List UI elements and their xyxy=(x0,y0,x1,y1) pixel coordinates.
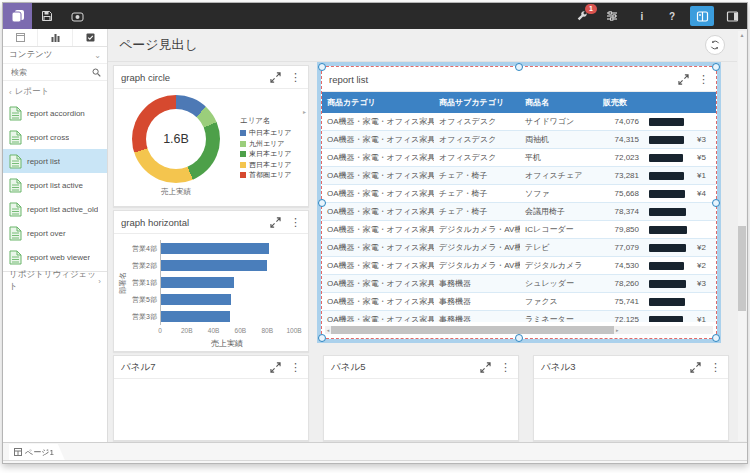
report-group-header[interactable]: ‹ レポート xyxy=(3,81,107,101)
selection-border: report list ⋮ xyxy=(321,66,717,339)
column-header[interactable]: 商品名 xyxy=(520,92,598,113)
page-tab[interactable]: ページ1 xyxy=(9,444,65,460)
reader-mode-button[interactable] xyxy=(690,6,714,26)
sidebar-item-report-list[interactable]: report list xyxy=(3,149,107,173)
panel-report-list[interactable]: report list ⋮ xyxy=(322,67,716,338)
vertical-scrollbar[interactable]: ▲ xyxy=(738,31,746,441)
resize-handle[interactable] xyxy=(318,63,326,71)
selected-widget-region[interactable]: report list ⋮ xyxy=(317,62,721,343)
kebab-menu-icon[interactable]: ⋮ xyxy=(290,72,301,83)
table-row[interactable]: OA機器・家電・オフィス家具オフィスデスクサイドワゴン74,076 xyxy=(322,113,716,131)
expand-icon[interactable] xyxy=(690,362,701,373)
report-doc-icon xyxy=(9,250,22,265)
table-header-row: 商品カテゴリ商品サブカテゴリ商品名販売数 xyxy=(322,92,716,113)
panel-3[interactable]: パネル3 ⋮ xyxy=(533,355,729,441)
bar[interactable] xyxy=(161,243,269,254)
refresh-icon xyxy=(710,40,720,50)
table-row[interactable]: OA機器・家電・オフィス家具デジタルカメラ・AV機器ICレコーダー79,850 xyxy=(322,221,716,239)
data-bar-cell xyxy=(644,239,692,257)
table-row[interactable]: OA機器・家電・オフィス家具事務機器シュレッダー78,260¥3 xyxy=(322,275,716,293)
bar[interactable] xyxy=(161,311,230,322)
data-bar-cell xyxy=(644,257,692,275)
bar[interactable] xyxy=(161,277,234,288)
contents-section-header[interactable]: コンテンツ ⌄ xyxy=(3,47,107,64)
legend-item[interactable]: 九州エリア xyxy=(240,139,306,150)
column-header[interactable]: 販売数 xyxy=(598,92,644,113)
info-button[interactable]: i xyxy=(627,3,657,29)
bar[interactable] xyxy=(161,260,267,271)
repository-widget-section[interactable]: リポジトリウィジェット › xyxy=(3,271,107,290)
resize-handle[interactable] xyxy=(712,334,720,342)
resize-handle[interactable] xyxy=(712,63,720,71)
resize-handle[interactable] xyxy=(318,334,326,342)
expand-icon[interactable] xyxy=(270,217,281,228)
scroll-right-icon[interactable]: ▸ xyxy=(614,327,620,333)
panel-5[interactable]: パネル5 ⋮ xyxy=(323,355,519,441)
kebab-menu-icon[interactable]: ⋮ xyxy=(500,362,511,373)
expand-icon[interactable] xyxy=(270,72,281,83)
sidebar-item-report-list-active-old[interactable]: report list active_old xyxy=(3,197,107,221)
table-row[interactable]: OA機器・家電・オフィス家具事務機器ファクス75,741 xyxy=(322,293,716,311)
resize-handle[interactable] xyxy=(712,199,720,207)
resize-handle[interactable] xyxy=(318,199,326,207)
table-row[interactable]: OA機器・家電・オフィス家具デジタルカメラ・AV機器デジタルカメラ74,530¥… xyxy=(322,257,716,275)
sidebar-item-report-list-active[interactable]: report list active xyxy=(3,173,107,197)
save-icon xyxy=(41,10,53,22)
resize-handle[interactable] xyxy=(515,63,523,71)
app-logo-button[interactable] xyxy=(3,3,32,29)
table-cell: 78,260 xyxy=(598,275,644,293)
sidebar-item-report-cross[interactable]: report cross xyxy=(3,125,107,149)
column-header[interactable] xyxy=(644,92,692,113)
scroll-up-icon[interactable]: ▲ xyxy=(738,31,746,40)
side-panel-toggle-button[interactable] xyxy=(717,3,747,29)
panel-graph-horizontal[interactable]: graph horizontal ⋮ 部署名 営業4部営業2部営業1部営業5部営… xyxy=(113,210,309,352)
toolbar-left xyxy=(3,3,92,29)
refresh-button[interactable] xyxy=(705,35,725,55)
panel-graph-circle[interactable]: graph circle ⋮ 1.6B 売上実績 ▸ エリア名 中日本エリア九州… xyxy=(113,65,309,207)
search-icon[interactable] xyxy=(92,68,101,77)
table-row[interactable]: OA機器・家電・オフィス家具オフィスデスク両袖机74,315¥3 xyxy=(322,131,716,149)
horizontal-scrollbar[interactable]: ◂ ▸ xyxy=(325,326,713,334)
sidebar-item-report-web-viewer[interactable]: report web viewer xyxy=(3,245,107,269)
kebab-menu-icon[interactable]: ⋮ xyxy=(698,74,709,85)
panel-7[interactable]: パネル7 ⋮ xyxy=(113,355,309,441)
table-row[interactable]: OA機器・家電・オフィス家具デジタルカメラ・AV機器テレビ77,079¥2 xyxy=(322,239,716,257)
column-header[interactable] xyxy=(692,92,716,113)
legend-item[interactable]: 東日本エリア xyxy=(240,149,306,160)
preview-button[interactable] xyxy=(62,3,92,29)
sidebar-item-report-accordion[interactable]: report accordion xyxy=(3,101,107,125)
scrollbar-thumb[interactable] xyxy=(738,226,746,311)
bar[interactable] xyxy=(161,294,231,305)
tab-pages[interactable] xyxy=(3,29,38,46)
expand-icon[interactable] xyxy=(678,74,689,85)
table-row[interactable]: OA機器・家電・オフィス家具チェア・椅子ソファ75,668¥4 xyxy=(322,185,716,203)
save-button[interactable] xyxy=(32,3,62,29)
sidebar-item-report-over[interactable]: report over xyxy=(3,221,107,245)
resize-handle[interactable] xyxy=(515,334,523,342)
legend-item[interactable]: 西日本エリア xyxy=(240,160,306,171)
legend-item[interactable]: 中日本エリア xyxy=(240,128,306,139)
table-row[interactable]: OA機器・家電・オフィス家具チェア・椅子会議用椅子78,374 xyxy=(322,203,716,221)
column-header[interactable]: 商品カテゴリ xyxy=(322,92,434,113)
table-row[interactable]: OA機器・家電・オフィス家具チェア・椅子オフィスチェア73,281¥1 xyxy=(322,167,716,185)
tab-tasks[interactable] xyxy=(73,29,107,46)
help-button[interactable]: ? xyxy=(657,3,687,29)
legend-item[interactable]: 首都圏エリア xyxy=(240,170,306,181)
donut-center-label: 1.6B xyxy=(146,109,206,169)
table-row[interactable]: OA機器・家電・オフィス家具オフィスデスク平机72,023¥5 xyxy=(322,149,716,167)
expand-icon[interactable] xyxy=(480,362,491,373)
legend-scroll-icon[interactable]: ▸ xyxy=(240,109,306,116)
column-header[interactable]: 商品サブカテゴリ xyxy=(434,92,520,113)
tools-button[interactable]: 1 xyxy=(567,3,597,29)
kebab-menu-icon[interactable]: ⋮ xyxy=(290,362,301,373)
notification-badge: 1 xyxy=(585,4,597,14)
kebab-menu-icon[interactable]: ⋮ xyxy=(710,362,721,373)
settings-sliders-button[interactable] xyxy=(597,3,627,29)
search-input[interactable] xyxy=(9,67,85,78)
table-cell: 75,668 xyxy=(598,185,644,203)
scrollbar-thumb[interactable] xyxy=(331,326,614,334)
tab-contents[interactable] xyxy=(38,29,73,46)
kebab-menu-icon[interactable]: ⋮ xyxy=(290,217,301,228)
expand-icon[interactable] xyxy=(270,362,281,373)
table-row[interactable]: OA機器・家電・オフィス家具事務機器ラミネーター72,125¥1 xyxy=(322,311,716,323)
